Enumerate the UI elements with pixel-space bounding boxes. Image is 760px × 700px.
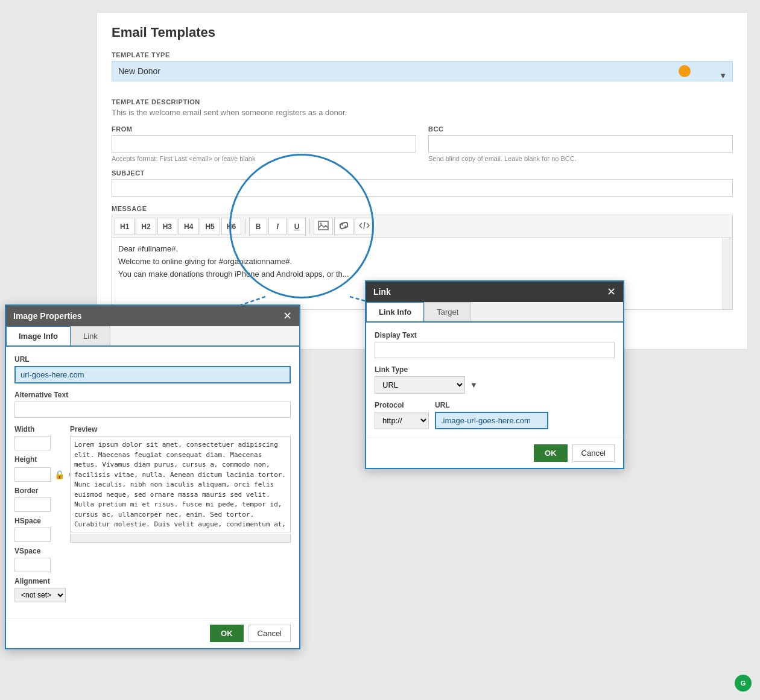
url-label: URL bbox=[14, 355, 291, 364]
link-type-select[interactable]: URL Email Anchor bbox=[375, 376, 465, 394]
image-properties-dialog: Image Properties ✕ Image Info Link URL A… bbox=[5, 304, 300, 649]
toolbar-source[interactable] bbox=[355, 218, 374, 235]
image-properties-titlebar: Image Properties ✕ bbox=[6, 306, 299, 326]
tab-target[interactable]: Target bbox=[424, 302, 471, 321]
toolbar-h2[interactable]: H2 bbox=[136, 218, 156, 235]
link-type-label: Link Type bbox=[375, 365, 615, 374]
link-type-row: URL Email Anchor ▼ bbox=[375, 376, 615, 394]
link-dialog-footer: OK Cancel bbox=[366, 438, 623, 468]
protocol-select[interactable]: http:// https:// ftp:// other bbox=[375, 412, 429, 429]
hspace-label: HSpace bbox=[14, 517, 63, 525]
width-input[interactable] bbox=[14, 436, 51, 450]
size-col: Width Height 🔒 ↺ Border HSpace VSpa bbox=[14, 425, 63, 602]
svg-rect-0 bbox=[318, 221, 328, 230]
toolbar-h3[interactable]: H3 bbox=[157, 218, 177, 235]
template-description-text: This is the welcome email sent when some… bbox=[112, 108, 733, 117]
tab-image-info[interactable]: Image Info bbox=[6, 326, 71, 345]
message-label: MESSAGE bbox=[112, 205, 733, 212]
alignment-select[interactable]: <not set> Left Right Center bbox=[14, 588, 66, 602]
link-ok-button[interactable]: OK bbox=[534, 444, 568, 462]
toolbar-h1[interactable]: H1 bbox=[115, 218, 135, 235]
hspace-input[interactable] bbox=[14, 528, 51, 542]
page-title: Email Templates bbox=[112, 25, 733, 40]
url-input[interactable] bbox=[14, 366, 291, 383]
link-dialog-close[interactable]: ✕ bbox=[607, 286, 616, 297]
bcc-input[interactable] bbox=[428, 135, 733, 153]
image-properties-title: Image Properties bbox=[13, 311, 82, 321]
link-url-input[interactable] bbox=[435, 412, 548, 429]
url-col: URL bbox=[435, 401, 615, 429]
link-cancel-button[interactable]: Cancel bbox=[572, 444, 615, 462]
tab-link[interactable]: Link bbox=[71, 326, 110, 345]
lock-icon[interactable]: 🔒 bbox=[54, 470, 65, 479]
height-label: Height bbox=[14, 455, 37, 464]
preview-label: Preview bbox=[70, 425, 291, 434]
link-icon bbox=[338, 221, 349, 230]
display-text-input[interactable] bbox=[375, 342, 615, 358]
link-dialog-titlebar: Link ✕ bbox=[366, 282, 623, 302]
image-ok-button[interactable]: OK bbox=[210, 625, 244, 642]
size-preview-row: Width Height 🔒 ↺ Border HSpace VSpa bbox=[14, 425, 291, 602]
display-text-label: Display Text bbox=[375, 331, 615, 339]
link-dialog: Link ✕ Link Info Target Display Text Lin… bbox=[365, 280, 624, 469]
preview-box: Preview Lorem ipsum dolor sit amet, cons… bbox=[70, 425, 291, 602]
alignment-label: Alignment bbox=[14, 577, 63, 585]
preview-textarea[interactable]: Lorem ipsum dolor sit amet, consectetuer… bbox=[70, 436, 291, 532]
link-dialog-tabs: Link Info Target bbox=[366, 302, 623, 323]
subject-input[interactable] bbox=[112, 179, 733, 197]
protocol-label: Protocol bbox=[375, 401, 429, 409]
bcc-hint: Send blind copy of email. Leave blank fo… bbox=[428, 155, 733, 162]
template-type-label: TEMPLATE TYPE bbox=[112, 51, 733, 58]
toolbar-h4[interactable]: H4 bbox=[179, 218, 198, 235]
border-label: Border bbox=[14, 487, 63, 495]
toolbar-h6[interactable]: H6 bbox=[221, 218, 241, 235]
svg-line-2 bbox=[364, 222, 365, 229]
link-dialog-title: Link bbox=[373, 287, 391, 297]
alt-text-label: Alternative Text bbox=[14, 391, 291, 399]
from-hint: Accepts format: First Last <email> or le… bbox=[112, 155, 416, 162]
bcc-label: BCC bbox=[428, 125, 733, 133]
source-icon bbox=[359, 221, 370, 230]
image-properties-footer: OK Cancel bbox=[6, 618, 299, 648]
editor-scrollbar[interactable] bbox=[723, 238, 732, 309]
toolbar-sep-1 bbox=[245, 219, 245, 234]
editor-line-2: Welcome to online giving for #organizati… bbox=[118, 257, 726, 266]
protocol-col: Protocol http:// https:// ftp:// other bbox=[375, 401, 429, 429]
link-dialog-body: Display Text Link Type URL Email Anchor … bbox=[366, 323, 623, 438]
toolbar-h5[interactable]: H5 bbox=[200, 218, 220, 235]
message-toolbar: H1 H2 H3 H4 H5 H6 B I U bbox=[112, 215, 733, 238]
image-cancel-button[interactable]: Cancel bbox=[249, 625, 291, 642]
subject-label: SUBJECT bbox=[112, 169, 733, 177]
image-icon bbox=[318, 221, 329, 230]
toolbar-image[interactable] bbox=[314, 218, 333, 235]
alt-text-input[interactable] bbox=[14, 402, 291, 418]
vspace-label: VSpace bbox=[14, 547, 63, 555]
from-group: FROM Accepts format: First Last <email> … bbox=[112, 125, 416, 162]
border-input[interactable] bbox=[14, 497, 51, 512]
height-input[interactable] bbox=[14, 467, 51, 482]
image-properties-body: URL Alternative Text Width Height 🔒 ↺ bbox=[6, 347, 299, 618]
template-description-label: TEMPLATE DESCRIPTION bbox=[112, 98, 733, 106]
template-type-select[interactable]: New Donor bbox=[112, 61, 733, 81]
toolbar-bold[interactable]: B bbox=[249, 218, 267, 235]
image-properties-tabs: Image Info Link bbox=[6, 326, 299, 347]
height-row: Height bbox=[14, 455, 63, 465]
editor-line-1: Dear #fullname#, bbox=[118, 244, 726, 253]
grammarly-button[interactable]: G bbox=[735, 675, 752, 692]
image-properties-close[interactable]: ✕ bbox=[283, 311, 292, 321]
toolbar-sep-2 bbox=[309, 219, 310, 234]
toolbar-underline[interactable]: U bbox=[288, 218, 306, 235]
width-label: Width bbox=[14, 425, 63, 434]
tab-link-info[interactable]: Link Info bbox=[366, 302, 424, 321]
preview-horizontal-scrollbar[interactable] bbox=[70, 534, 291, 543]
toolbar-italic[interactable]: I bbox=[268, 218, 287, 235]
link-type-arrow-icon: ▼ bbox=[470, 380, 478, 389]
from-input[interactable] bbox=[112, 135, 416, 153]
link-url-label: URL bbox=[435, 401, 615, 409]
vspace-input[interactable] bbox=[14, 558, 51, 572]
toolbar-link[interactable] bbox=[334, 218, 353, 235]
from-label: FROM bbox=[112, 125, 416, 133]
protocol-url-row: Protocol http:// https:// ftp:// other U… bbox=[375, 401, 615, 429]
bcc-group: BCC Send blind copy of email. Leave blan… bbox=[428, 125, 733, 162]
editor-line-3: You can make donations through iPhone an… bbox=[118, 270, 726, 279]
